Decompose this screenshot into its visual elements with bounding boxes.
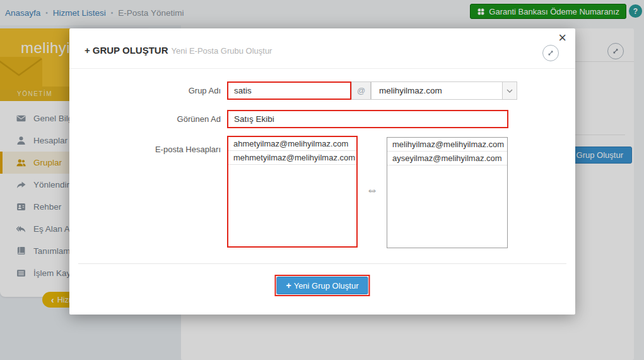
domain-select[interactable]: melihyilmaz.com — [371, 81, 517, 100]
chevron-down-icon — [502, 82, 517, 99]
modal-subtitle: Yeni E-Posta Grubu Oluştur — [172, 46, 272, 56]
list-item[interactable]: melihyilmaz@melihyilmaz.com — [387, 138, 507, 152]
submit-highlight-frame: + Yeni Grup Oluştur — [274, 275, 370, 296]
at-symbol-addon: @ — [351, 81, 371, 100]
modal-header: +GRUP OLUŞTURYeni E-Posta Grubu Oluştur — [69, 28, 575, 69]
domain-selected-value: melihyilmaz.com — [372, 82, 517, 99]
group-name-input[interactable] — [227, 81, 351, 100]
close-icon[interactable]: × — [558, 31, 566, 45]
create-group-submit-button[interactable]: + Yeni Grup Oluştur — [276, 277, 368, 294]
list-item[interactable]: ahmetyilmaz@melihyilmaz.com — [228, 137, 356, 151]
modal-title: +GRUP OLUŞTURYeni E-Posta Grubu Oluştur — [85, 45, 272, 56]
list-item[interactable]: ayseyilmaz@melihyilmaz.com — [387, 152, 507, 165]
plus-icon: + — [85, 45, 90, 56]
page: Anasayfa • Hizmet Listesi • E-Posta Yöne… — [0, 0, 644, 360]
modal-expand-button[interactable] — [542, 45, 559, 61]
submit-button-label: Yeni Grup Oluştur — [294, 281, 359, 291]
display-name-label: Görünen Ad — [85, 110, 221, 128]
expand-icon — [547, 49, 554, 57]
plus-icon: + — [286, 280, 291, 291]
list-item[interactable]: mehmetyilmaz@melihyilmaz.com — [228, 151, 356, 165]
email-accounts-right-listbox[interactable]: melihyilmaz@melihyilmaz.com ayseyilmaz@m… — [387, 137, 508, 248]
display-name-input[interactable] — [227, 110, 508, 128]
email-accounts-left-listbox[interactable]: ahmetyilmaz@melihyilmaz.com mehmetyilmaz… — [227, 136, 358, 248]
email-accounts-label: E-posta Hesapları — [85, 145, 221, 154]
group-name-label: Grup Adı — [85, 81, 221, 100]
swap-arrow-icon: ⇔ — [360, 183, 385, 197]
modal-footer-divider — [78, 263, 566, 264]
create-group-modal: +GRUP OLUŞTURYeni E-Posta Grubu Oluştur … — [69, 28, 575, 315]
